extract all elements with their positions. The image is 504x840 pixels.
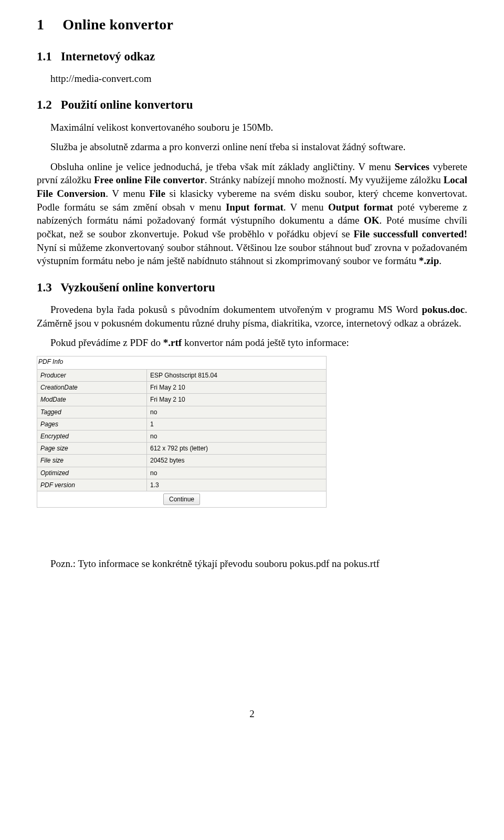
pdf-info-value: 612 x 792 pts (letter) xyxy=(147,443,327,455)
pdf-info-table: PDF Info ProducerESP Ghostscript 815.04C… xyxy=(37,356,327,508)
pdf-info-key: ModDate xyxy=(37,394,147,406)
subsection-number: 1.2 xyxy=(37,97,58,113)
text: . Stránky nabízejí mnoho možností. My vy… xyxy=(205,174,444,185)
pdf-info-value: Fri May 2 10 xyxy=(147,394,327,406)
text: Maximální velikost konvertovaného soubor… xyxy=(50,122,273,133)
note-paragraph: Pozn.: Tyto informace se konkrétně týkaj… xyxy=(37,557,467,571)
text: . xyxy=(439,255,442,266)
pdf-info-value: no xyxy=(147,467,327,479)
pdf-info-value: no xyxy=(147,406,327,418)
pdf-info-title: PDF Info xyxy=(37,356,327,369)
pdf-info-value: 1.3 xyxy=(147,479,327,491)
text: Pozn.: Tyto informace se konkrétně týkaj… xyxy=(50,558,380,569)
table-row: ProducerESP Ghostscript 815.04 xyxy=(37,370,327,382)
subsection-title: Vyzkoušení online konvertoru xyxy=(60,281,215,294)
text: Provedena byla řada pokusů s původním do… xyxy=(50,304,422,315)
link-paragraph: http://media-convert.com xyxy=(37,72,467,86)
table-row: Taggedno xyxy=(37,406,327,418)
table-row: Encryptedno xyxy=(37,430,327,443)
subsection-number: 1.1 xyxy=(37,48,58,65)
table-row: ModDateFri May 2 10 xyxy=(37,394,327,406)
subsection-number: 1.3 xyxy=(37,279,58,296)
bold-text: Services xyxy=(394,161,429,172)
section-number: 1 xyxy=(37,15,59,35)
bold-text: File xyxy=(149,188,165,199)
bold-text: Free online File convertor xyxy=(94,174,205,185)
section-heading: 1 Online konvertor xyxy=(37,15,467,35)
text: Pokud převádíme z PDF do xyxy=(50,337,163,348)
text: Nyní si můžeme zkonvertovaný soubor stáh… xyxy=(37,242,467,267)
text: . V menu xyxy=(106,188,149,199)
bold-text: Input format xyxy=(226,202,284,213)
pdf-info-key: Producer xyxy=(37,370,147,382)
pdf-info-value: Fri May 2 10 xyxy=(147,382,327,394)
pdf-info-value: ESP Ghostscript 815.04 xyxy=(147,370,327,382)
pdf-info-key: Tagged xyxy=(37,406,147,418)
pdf-info-key: Page size xyxy=(37,443,147,455)
bold-text: *.rtf xyxy=(163,337,182,348)
subsection-1-3-heading: 1.3 Vyzkoušení online konvertoru xyxy=(37,279,467,296)
subsection-1-2-heading: 1.2 Použití online konvertoru xyxy=(37,97,467,113)
continue-button[interactable]: Continue xyxy=(163,494,200,505)
bold-text: Output format xyxy=(328,202,393,213)
pdf-info-key: Encrypted xyxy=(37,430,147,443)
text: konvertor nám podá ještě tyto informace: xyxy=(182,337,349,348)
pdf-info-value: 20452 bytes xyxy=(147,455,327,467)
table-row: CreationDateFri May 2 10 xyxy=(37,382,327,394)
subsection-title: Internetový odkaz xyxy=(61,50,155,63)
subsection-title: Použití online konvertoru xyxy=(61,98,193,111)
body-paragraph: Provedena byla řada pokusů s původním do… xyxy=(37,303,467,330)
pdf-info-key: PDF version xyxy=(37,479,147,491)
pdf-info-key: CreationDate xyxy=(37,382,147,394)
table-row: PDF version1.3 xyxy=(37,479,327,491)
pdf-info-value: 1 xyxy=(147,418,327,430)
pdf-info-value: no xyxy=(147,430,327,443)
page-number: 2 xyxy=(37,707,467,721)
body-paragraph: Obsluha online je velice jednoduchá, je … xyxy=(37,160,467,268)
pdf-info-key: Optimized xyxy=(37,467,147,479)
table-row: Pages1 xyxy=(37,418,327,430)
pdf-info-key: File size xyxy=(37,455,147,467)
table-row: Page size612 x 792 pts (letter) xyxy=(37,443,327,455)
text: Obsluha online je velice jednoduchá, je … xyxy=(50,161,394,172)
bold-text: OK xyxy=(364,215,380,226)
body-paragraph: Pokud převádíme z PDF do *.rtf konvertor… xyxy=(37,336,467,350)
section-title: Online konvertor xyxy=(62,16,173,33)
body-paragraph: Služba je absolutně zdarma a pro konverz… xyxy=(37,140,467,154)
table-row: File size20452 bytes xyxy=(37,455,327,467)
bold-text: File successfull converted! xyxy=(354,228,468,239)
text: Služba je absolutně zdarma a pro konverz… xyxy=(50,141,405,152)
bold-text: *.zip xyxy=(419,255,439,266)
external-link[interactable]: http://media-convert.com xyxy=(50,73,152,84)
text: . V menu xyxy=(284,202,328,213)
bold-text: pokus.doc xyxy=(422,304,465,315)
body-paragraph: Maximální velikost konvertovaného soubor… xyxy=(37,121,467,134)
table-row: Optimizedno xyxy=(37,467,327,479)
subsection-1-1-heading: 1.1 Internetový odkaz xyxy=(37,48,467,65)
pdf-info-key: Pages xyxy=(37,418,147,430)
